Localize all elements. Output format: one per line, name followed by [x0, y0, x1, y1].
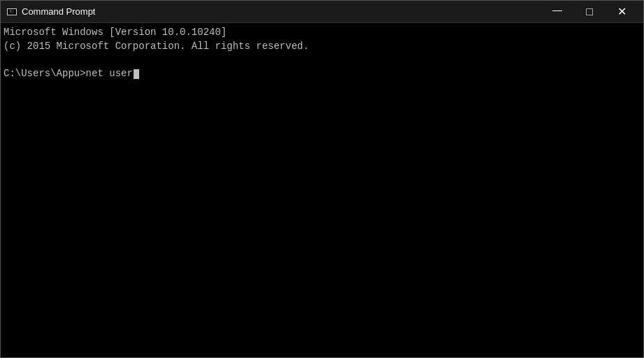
- minimize-icon: —: [552, 5, 562, 19]
- console-line-3: [3, 53, 641, 67]
- console-line-2: (c) 2015 Microsoft Corporation. All righ…: [3, 40, 641, 54]
- console-prompt-line: C:\Users\Appu>net user: [3, 67, 641, 81]
- close-icon: ✕: [617, 5, 627, 18]
- close-button[interactable]: ✕: [606, 1, 638, 23]
- maximize-icon: □: [586, 6, 593, 18]
- console-area[interactable]: Microsoft Windows [Version 10.0.10240] (…: [1, 23, 643, 357]
- minimize-button[interactable]: —: [541, 1, 573, 23]
- title-bar-left: Command Prompt: [6, 6, 95, 17]
- prompt-text: C:\Users\Appu>net user: [3, 67, 133, 81]
- maximize-button[interactable]: □: [573, 1, 606, 23]
- title-bar: Command Prompt — □ ✕: [1, 1, 643, 23]
- window-controls: — □ ✕: [541, 1, 638, 23]
- command-prompt-window: Command Prompt — □ ✕ Microsoft Windows […: [0, 0, 644, 358]
- cursor-blink: [134, 69, 139, 79]
- cmd-app-icon: [6, 6, 17, 17]
- console-line-1: Microsoft Windows [Version 10.0.10240]: [3, 26, 641, 40]
- window-title: Command Prompt: [22, 6, 95, 17]
